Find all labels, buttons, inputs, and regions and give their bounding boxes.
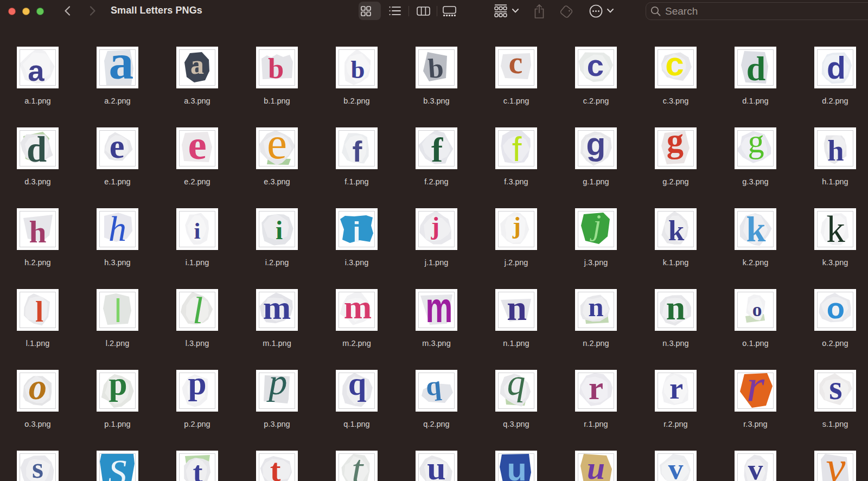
svg-text:v: v xyxy=(668,454,684,481)
svg-text:m: m xyxy=(263,292,291,326)
svg-text:l: l xyxy=(35,295,43,328)
svg-text:f: f xyxy=(353,135,363,166)
svg-text:a: a xyxy=(28,54,44,85)
svg-text:n: n xyxy=(507,292,527,328)
svg-text:g: g xyxy=(586,131,606,162)
svg-text:c: c xyxy=(509,50,523,80)
svg-text:h: h xyxy=(29,215,46,247)
svg-text:c: c xyxy=(665,50,684,82)
svg-text:u: u xyxy=(427,454,445,481)
svg-text:a: a xyxy=(109,50,134,85)
svg-text:j: j xyxy=(431,212,439,240)
svg-text:o: o xyxy=(29,373,47,407)
svg-text:d: d xyxy=(746,50,765,85)
svg-text:b: b xyxy=(427,52,444,84)
svg-text:s: s xyxy=(829,373,842,407)
svg-text:s: s xyxy=(32,454,43,481)
svg-text:p: p xyxy=(108,373,127,402)
svg-text:e: e xyxy=(267,131,287,166)
svg-text:v: v xyxy=(748,454,763,481)
svg-text:i: i xyxy=(353,216,361,247)
svg-text:i: i xyxy=(194,218,201,243)
svg-text:r: r xyxy=(746,373,765,408)
svg-text:b: b xyxy=(350,55,365,84)
svg-text:o: o xyxy=(752,299,762,320)
svg-text:j: j xyxy=(512,212,521,239)
svg-text:n: n xyxy=(588,292,603,322)
svg-text:q: q xyxy=(507,373,526,403)
svg-text:e: e xyxy=(110,131,125,165)
svg-text:g: g xyxy=(748,131,764,159)
svg-text:k: k xyxy=(668,215,685,247)
svg-text:t: t xyxy=(352,454,364,481)
svg-text:k: k xyxy=(746,211,766,247)
svg-text:d: d xyxy=(27,131,47,166)
svg-text:i: i xyxy=(276,216,283,245)
svg-text:u: u xyxy=(587,454,605,481)
svg-text:f: f xyxy=(512,131,522,166)
svg-text:b: b xyxy=(268,53,284,84)
svg-text:d: d xyxy=(827,50,846,85)
svg-text:m: m xyxy=(344,292,372,325)
svg-text:u: u xyxy=(507,454,526,481)
svg-text:e: e xyxy=(188,131,206,166)
svg-text:p: p xyxy=(188,373,206,401)
svg-text:h: h xyxy=(827,134,844,166)
svg-text:n: n xyxy=(666,292,685,327)
svg-text:a: a xyxy=(190,50,204,80)
svg-text:r: r xyxy=(669,373,683,405)
svg-text:q: q xyxy=(348,373,367,402)
svg-text:r: r xyxy=(589,373,603,406)
svg-text:l: l xyxy=(193,292,203,328)
svg-text:k: k xyxy=(826,211,845,247)
svg-text:S: S xyxy=(108,454,126,481)
svg-text:l: l xyxy=(114,292,122,328)
svg-text:p: p xyxy=(266,373,287,402)
svg-text:g: g xyxy=(667,131,684,159)
svg-text:o: o xyxy=(827,292,845,325)
svg-text:c: c xyxy=(587,50,604,82)
svg-text:t: t xyxy=(193,456,203,481)
svg-text:f: f xyxy=(431,131,443,166)
svg-text:h: h xyxy=(108,211,126,247)
svg-text:m: m xyxy=(426,292,453,328)
svg-text:t: t xyxy=(270,454,281,481)
svg-text:q: q xyxy=(425,373,443,401)
svg-text:v: v xyxy=(826,454,846,481)
